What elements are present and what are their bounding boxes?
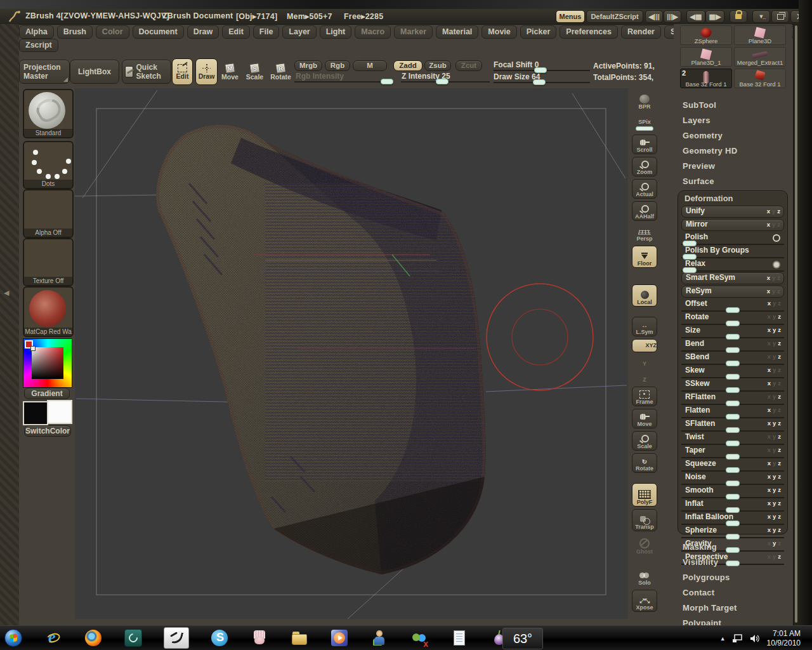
axis-z-toggle[interactable]: z: [778, 326, 781, 333]
palette-section-header[interactable]: Morph Target: [683, 603, 737, 613]
tool-thumbnail[interactable]: 2 Base 32 Ford 1: [680, 69, 732, 88]
deformation-row[interactable]: Bend x y z: [681, 338, 784, 352]
axis-y-toggle[interactable]: y: [773, 366, 776, 373]
axis-toggle-group[interactable]: x y z: [768, 540, 781, 547]
axis-y-toggle[interactable]: y: [773, 553, 776, 560]
axis-toggle-group[interactable]: x y z: [768, 420, 781, 427]
axis-z-toggle[interactable]: z: [778, 460, 781, 467]
gradient-button[interactable]: Gradient: [24, 388, 70, 399]
axis-y-toggle[interactable]: y: [773, 433, 776, 440]
scrollbar-thumb[interactable]: [795, 25, 797, 623]
deformation-row[interactable]: Flatten x y z: [681, 405, 784, 418]
y-axis-button[interactable]: Y: [632, 355, 657, 368]
axis-z-toggle[interactable]: z: [778, 420, 781, 427]
palette-section-header[interactable]: Preview: [683, 161, 715, 171]
axis-toggle-group[interactable]: x y z: [768, 433, 781, 440]
actual-button[interactable]: Actual: [632, 179, 657, 199]
axis-toggle-group[interactable]: x y z: [768, 380, 781, 387]
projection-master-button[interactable]: Projection Master: [19, 60, 70, 84]
axis-toggle-group[interactable]: x y z: [767, 288, 780, 295]
draw-size-handle[interactable]: [533, 79, 546, 85]
axis-z-toggle[interactable]: z: [778, 513, 781, 520]
axis-z-toggle[interactable]: z: [778, 473, 781, 480]
taskbar-icon[interactable]: [330, 628, 349, 648]
palette-section-header[interactable]: Surface: [683, 176, 714, 186]
taskbar-icon[interactable]: [44, 628, 63, 648]
taskbar-icon[interactable]: [4, 628, 23, 648]
deformation-slider-handle[interactable]: [726, 481, 740, 486]
axis-y-toggle[interactable]: y: [773, 460, 776, 467]
axis-x-toggle[interactable]: x: [768, 326, 771, 333]
minimize-button[interactable]: ▼̲: [752, 10, 770, 23]
current-material-thumb[interactable]: MatCap Red Wa: [23, 286, 74, 337]
z-axis-button[interactable]: Z: [632, 371, 657, 384]
aahalf-button[interactable]: AAHalf: [632, 201, 657, 221]
axis-toggle-group[interactable]: x y z: [768, 300, 781, 307]
taskbar-icon[interactable]: [290, 628, 309, 648]
menu-item[interactable]: Brush: [57, 25, 93, 39]
axis-x-toggle[interactable]: x: [768, 513, 771, 520]
axis-toggle-group[interactable]: x y z: [768, 460, 781, 467]
tray-expand-icon[interactable]: ▲: [720, 635, 726, 642]
axis-x-toggle[interactable]: x: [768, 526, 771, 533]
axis-y-toggle[interactable]: y: [773, 540, 776, 547]
xpose-button[interactable]: ⤢⤡Xpose: [632, 590, 657, 612]
scroll-right-button[interactable]: |||▶: [664, 10, 681, 23]
menu-item[interactable]: Macro: [355, 25, 391, 39]
axis-z-toggle[interactable]: z: [778, 380, 781, 387]
deformation-row[interactable]: Relax x y z: [681, 258, 784, 272]
deformation-slider-handle[interactable]: [726, 401, 740, 406]
axis-y-toggle[interactable]: y: [773, 393, 776, 400]
axis-z-toggle[interactable]: z: [778, 353, 781, 360]
color-picker[interactable]: [23, 338, 72, 388]
deformation-slider-handle[interactable]: [683, 254, 697, 260]
tray-collapse-chevron-icon[interactable]: ◀: [4, 289, 9, 297]
taskbar-icon[interactable]: [370, 628, 389, 648]
axis-z-toggle[interactable]: z: [778, 553, 781, 560]
axis-z-toggle[interactable]: z: [778, 540, 781, 547]
deformation-row[interactable]: ReSym x y z: [681, 286, 784, 298]
taskbar-icon[interactable]: [250, 628, 269, 648]
deformation-slider-handle[interactable]: [726, 454, 740, 460]
rgb-button[interactable]: Rgb: [325, 60, 350, 71]
current-brush-thumb[interactable]: Standard: [23, 89, 74, 138]
m-button[interactable]: M: [353, 60, 387, 71]
floor-button[interactable]: Floor: [632, 246, 657, 268]
axis-x-toggle[interactable]: x: [768, 313, 771, 320]
deformation-slider-handle[interactable]: [726, 334, 740, 340]
axis-x-toggle[interactable]: x: [768, 473, 771, 480]
taskbar-icon[interactable]: [410, 628, 429, 648]
axis-z-toggle[interactable]: z: [778, 500, 781, 507]
deformation-row[interactable]: Mirror x y z: [681, 219, 784, 231]
axis-y-toggle[interactable]: y: [773, 526, 776, 533]
menu-item[interactable]: Picker: [520, 25, 557, 39]
mrgb-button[interactable]: Mrgb: [294, 60, 322, 71]
axis-y-toggle[interactable]: y: [773, 406, 776, 413]
menu-item[interactable]: Draw: [187, 25, 219, 39]
deformation-row[interactable]: Rotate x y z: [681, 312, 784, 325]
axis-y-toggle[interactable]: y: [773, 380, 776, 387]
deformation-slider-handle[interactable]: [726, 387, 740, 393]
deformation-row[interactable]: Polish x y z: [681, 232, 784, 245]
axis-z-toggle[interactable]: z: [777, 274, 780, 281]
axis-x-toggle[interactable]: x: [768, 406, 771, 413]
menu-item[interactable]: Zscript: [19, 39, 58, 52]
color-picker-inner-square[interactable]: [32, 347, 63, 379]
axis-x-toggle[interactable]: x: [768, 393, 771, 400]
scroll-left-button[interactable]: ◀|||: [645, 10, 663, 23]
menu-item[interactable]: Light: [320, 25, 352, 39]
deformation-slider-handle[interactable]: [726, 534, 740, 540]
axis-toggle-group[interactable]: x y z: [768, 446, 781, 453]
axis-toggle-group[interactable]: x y z: [768, 406, 781, 413]
deformation-row[interactable]: Skew x y z: [681, 365, 784, 378]
zsub-button[interactable]: Zsub: [424, 60, 451, 71]
rotate-mode-button[interactable]: R Rotate: [269, 60, 292, 84]
axis-toggle-group[interactable]: x y z: [768, 366, 781, 373]
rotate3d-button[interactable]: ↻Rotate: [632, 453, 657, 473]
axis-z-toggle[interactable]: z: [777, 221, 780, 228]
sculpt-model[interactable]: [145, 114, 500, 583]
taskbar-icon[interactable]: [124, 628, 143, 648]
deformation-row[interactable]: Noise x y z: [681, 472, 784, 485]
axis-toggle-group[interactable]: x y z: [767, 221, 780, 228]
deformation-slider-handle[interactable]: [726, 374, 740, 380]
